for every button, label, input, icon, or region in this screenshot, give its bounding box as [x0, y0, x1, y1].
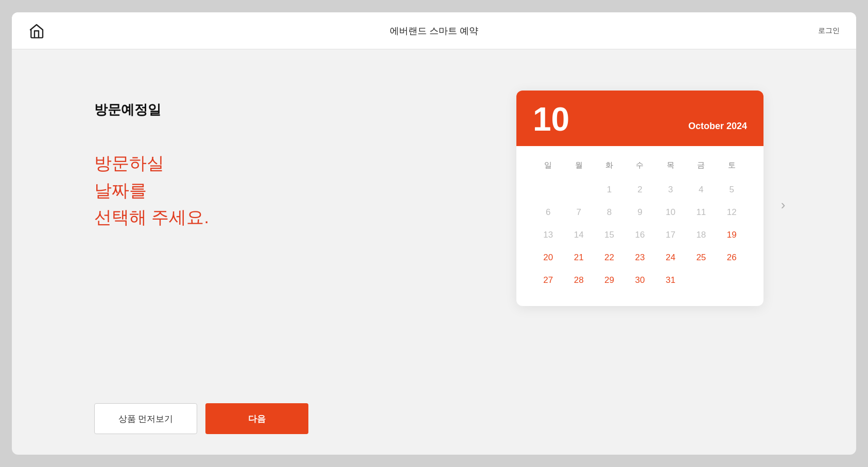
weekday-label: 목	[655, 156, 686, 174]
calendar-day[interactable]: 26	[717, 246, 747, 269]
calendar-day: 16	[624, 224, 655, 246]
desc-line3: 선택해 주세요.	[94, 207, 209, 227]
weekday-label: 화	[594, 156, 624, 174]
calendar-day: 13	[533, 224, 563, 246]
calendar-day: 17	[655, 224, 686, 246]
section-title: 방문예정일	[94, 101, 516, 119]
calendar-day[interactable]: 22	[594, 246, 624, 269]
login-button[interactable]: 로그인	[818, 26, 840, 35]
calendar-day: 5	[717, 178, 747, 201]
calendar-day: 11	[686, 201, 716, 224]
calendar-day: 4	[686, 178, 716, 201]
calendar-day[interactable]: 21	[563, 246, 594, 269]
calendar-day: 12	[717, 201, 747, 224]
calendar-day: 1	[594, 178, 624, 201]
calendar-grid: 1234567891011121314151617181920212223242…	[533, 178, 747, 292]
desc-line2: 날짜를	[94, 181, 147, 200]
calendar-day[interactable]: 30	[624, 269, 655, 292]
calendar-day: 14	[563, 224, 594, 246]
next-month-button[interactable]: ›	[772, 193, 794, 216]
app-title: 에버랜드 스마트 예약	[390, 25, 478, 37]
left-panel: 방문예정일 방문하실 날짜를 선택해 주세요.	[94, 91, 516, 231]
calendar-month-number: 10	[533, 103, 569, 136]
calendar-day[interactable]: 25	[686, 246, 716, 269]
calendar-day[interactable]: 27	[533, 269, 563, 292]
calendar-day: 18	[686, 224, 716, 246]
calendar-body: 일월화수목금토 12345678910111213141516171819202…	[516, 146, 763, 306]
calendar-day: 15	[594, 224, 624, 246]
calendar-day[interactable]: 20	[533, 246, 563, 269]
calendar-day: 9	[624, 201, 655, 224]
calendar-month-label: October 2024	[688, 121, 747, 136]
calendar-day[interactable]: 28	[563, 269, 594, 292]
calendar-day: 8	[594, 201, 624, 224]
main-content: 방문예정일 방문하실 날짜를 선택해 주세요. 10 October 2024 …	[12, 49, 856, 393]
next-button[interactable]: 다음	[205, 403, 308, 434]
weekday-label: 월	[563, 156, 594, 174]
preview-products-button[interactable]: 상품 먼저보기	[94, 403, 197, 434]
calendar-weekdays: 일월화수목금토	[533, 156, 747, 174]
calendar-header: 10 October 2024	[516, 91, 763, 146]
weekday-label: 일	[533, 156, 563, 174]
header: 에버랜드 스마트 예약 로그인	[12, 12, 856, 49]
calendar-day[interactable]: 24	[655, 246, 686, 269]
visit-description: 방문하실 날짜를 선택해 주세요.	[94, 150, 516, 231]
weekday-label: 토	[717, 156, 747, 174]
calendar-day: 6	[533, 201, 563, 224]
footer: 상품 먼저보기 다음	[12, 393, 856, 455]
weekday-label: 금	[686, 156, 716, 174]
calendar-day	[563, 178, 594, 201]
calendar: 10 October 2024 일월화수목금토 1234567891011121…	[516, 91, 763, 306]
app-window: 에버랜드 스마트 예약 로그인 방문예정일 방문하실 날짜를 선택해 주세요. …	[12, 12, 856, 455]
calendar-day[interactable]: 31	[655, 269, 686, 292]
calendar-day: 19	[717, 224, 747, 246]
home-button[interactable]	[28, 23, 45, 39]
weekday-label: 수	[624, 156, 655, 174]
calendar-day	[533, 178, 563, 201]
desc-line1: 방문하실	[94, 153, 164, 173]
calendar-day: 10	[655, 201, 686, 224]
calendar-day: 2	[624, 178, 655, 201]
right-panel: 10 October 2024 일월화수목금토 1234567891011121…	[516, 91, 794, 306]
calendar-day[interactable]: 23	[624, 246, 655, 269]
calendar-day	[686, 269, 716, 292]
calendar-day[interactable]: 29	[594, 269, 624, 292]
calendar-day	[717, 269, 747, 292]
calendar-day: 3	[655, 178, 686, 201]
calendar-day: 7	[563, 201, 594, 224]
